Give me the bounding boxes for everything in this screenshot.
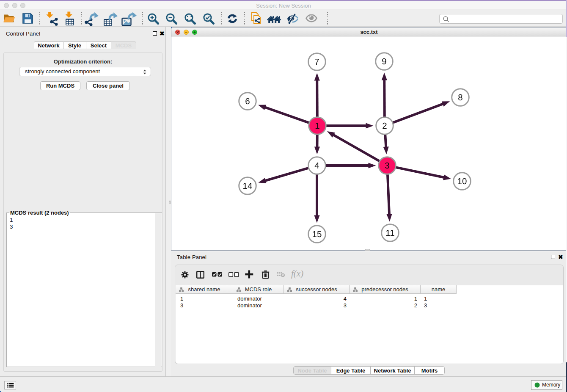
svg-text:7: 7 [314, 57, 319, 67]
svg-text:3: 3 [385, 161, 389, 171]
svg-text:9: 9 [382, 57, 386, 66]
svg-text:10: 10 [457, 177, 467, 186]
svg-text:6: 6 [245, 97, 250, 106]
svg-text:14: 14 [243, 181, 253, 191]
svg-text:4: 4 [314, 161, 319, 171]
svg-text:2: 2 [382, 121, 387, 131]
svg-text:1: 1 [315, 121, 319, 131]
svg-text:8: 8 [458, 93, 462, 102]
svg-text:11: 11 [385, 228, 394, 238]
svg-text:15: 15 [312, 229, 322, 239]
svg-text:f(x): f(x) [291, 269, 303, 279]
